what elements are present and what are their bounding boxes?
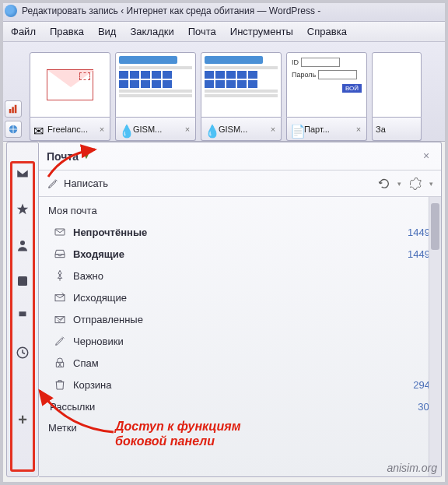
tab-close-button[interactable]: × — [97, 125, 107, 134]
menu-help[interactable]: Справка — [301, 24, 353, 39]
tab-close-button[interactable]: × — [268, 125, 278, 134]
refresh-dropdown-icon[interactable]: ▾ — [397, 180, 401, 188]
mail-icon: ✉ — [33, 124, 44, 135]
panel-title-dropdown-icon[interactable]: ▼ — [82, 152, 90, 160]
sidebar-item-user[interactable] — [13, 236, 32, 255]
weather-icon: 💧 — [205, 124, 215, 135]
folder-area: Моя почта Непрочтённые1449Входящие1449Ва… — [39, 197, 441, 476]
menu-tools[interactable]: Инструменты — [224, 24, 299, 39]
folder-spam[interactable]: Спам — [50, 352, 436, 374]
refresh-button[interactable] — [376, 175, 393, 192]
panel-title: Почта — [47, 150, 79, 163]
pin-icon — [53, 269, 67, 283]
folder-count: 1449 — [408, 227, 430, 238]
folder-label: Спам — [73, 357, 430, 369]
tab-gismeteo-2[interactable]: 💧 GISM... × — [201, 52, 282, 141]
mail-panel: Почта ▼ × Написать ▾ ▾ Моя почта Непрочт… — [39, 142, 442, 477]
tab-freelance[interactable]: ✉ Freelanc... × — [30, 52, 110, 141]
svg-rect-5 — [18, 276, 27, 286]
draft-icon — [53, 334, 67, 348]
folder-label: Корзина — [73, 379, 407, 391]
sent-icon — [53, 312, 67, 326]
panel-header: Почта ▼ × — [39, 142, 441, 170]
folder-label: Черновики — [73, 336, 430, 347]
trash-icon — [53, 378, 67, 392]
folder-envelope[interactable]: Непрочтённые1449 — [50, 221, 436, 243]
tab-thumbnail — [115, 52, 196, 118]
settings-dropdown-icon[interactable]: ▾ — [429, 180, 433, 188]
svg-point-4 — [20, 241, 25, 245]
login-id-input[interactable] — [301, 58, 340, 67]
tab-label: Freelanc... — [47, 125, 94, 134]
compose-icon — [47, 177, 59, 190]
sidebar-item-star[interactable] — [13, 200, 32, 219]
weather-icon: 💧 — [119, 124, 130, 135]
settings-button[interactable] — [408, 175, 425, 192]
scrollbar[interactable] — [429, 197, 441, 476]
sidebar-item-note[interactable] — [13, 272, 32, 290]
doc-icon: 📄 — [290, 124, 301, 135]
panel-globe-button[interactable] — [5, 121, 22, 138]
tab-close-button[interactable]: × — [183, 125, 192, 134]
login-pw-input[interactable] — [318, 70, 357, 79]
menu-bar: Файл Правка Вид Закладки Почта Инструмен… — [0, 22, 448, 42]
folder-draft[interactable]: Черновики — [50, 330, 436, 352]
sidebar-item-add[interactable]: + — [13, 410, 32, 429]
window-titlebar: Редактировать запись ‹ Интернет как сред… — [0, 0, 448, 22]
folder-sent[interactable]: Отправленные — [50, 308, 436, 330]
login-pw-label: Пароль — [292, 71, 316, 79]
inbox-icon — [53, 247, 67, 261]
section-mailings[interactable]: Рассылки 304 — [39, 395, 441, 417]
spam-icon — [53, 356, 67, 370]
tab-label: Парт... — [304, 125, 351, 134]
envelope-icon — [53, 225, 67, 239]
folder-pin[interactable]: Важно — [50, 265, 436, 286]
folder-inbox[interactable]: Входящие1449 — [50, 243, 436, 265]
scrollbar-thumb[interactable] — [431, 203, 439, 250]
menu-view[interactable]: Вид — [92, 24, 123, 39]
folder-label: Важно — [73, 270, 430, 282]
panel-close-button[interactable]: × — [419, 149, 433, 163]
folder-trash[interactable]: Корзина294 — [50, 374, 436, 395]
tab-label: GISM... — [219, 125, 265, 134]
svg-rect-7 — [55, 229, 65, 235]
compose-label: Написать — [64, 177, 108, 189]
tab-thumbnail — [201, 52, 282, 118]
section-labels[interactable]: Метки — [39, 417, 441, 438]
menu-file[interactable]: Файл — [5, 24, 42, 39]
svg-rect-1 — [12, 107, 14, 113]
sidebar: + — [6, 142, 39, 477]
watermark: anisim.org — [387, 462, 437, 474]
folder-label: Исходящие — [73, 292, 430, 304]
folder-outgoing[interactable]: Исходящие — [50, 286, 436, 308]
login-id-label: ID — [292, 58, 299, 66]
tab-strip: ✉ Freelanc... × 💧 GISM... × — [0, 42, 448, 142]
folder-count: 294 — [413, 379, 430, 391]
folder-label: Входящие — [73, 248, 401, 260]
menu-mail[interactable]: Почта — [182, 24, 222, 39]
tab-partner[interactable]: ID Пароль ВОЙ 📄 Парт... × — [286, 52, 367, 141]
sidebar-item-downloads[interactable] — [13, 308, 32, 326]
opera-icon — [5, 5, 17, 17]
tab-extra[interactable]: За — [372, 52, 422, 141]
panel-chart-button[interactable] — [5, 100, 22, 118]
folder-count: 1449 — [408, 248, 430, 260]
tab-close-button[interactable]: × — [354, 125, 363, 134]
tab-label: За — [376, 125, 418, 134]
menu-bookmarks[interactable]: Закладки — [124, 24, 180, 39]
menu-edit[interactable]: Правка — [44, 24, 90, 39]
compose-toolbar: Написать ▾ ▾ — [39, 170, 441, 197]
sidebar-item-mail[interactable] — [13, 164, 32, 183]
tab-thumbnail — [30, 52, 110, 118]
window-title: Редактировать запись ‹ Интернет как сред… — [22, 5, 320, 16]
outgoing-icon — [53, 290, 67, 304]
folder-label: Непрочтённые — [73, 227, 401, 238]
tab-gismeteo-1[interactable]: 💧 GISM... × — [115, 52, 196, 141]
compose-button[interactable]: Написать — [47, 177, 108, 190]
tab-thumbnail — [372, 52, 422, 118]
sidebar-item-history[interactable] — [13, 343, 32, 362]
section-my-mail[interactable]: Моя почта — [39, 197, 441, 221]
login-button[interactable]: ВОЙ — [342, 84, 362, 93]
section-mailings-label: Рассылки — [50, 401, 411, 413]
tab-thumbnail: ID Пароль ВОЙ — [286, 52, 367, 118]
